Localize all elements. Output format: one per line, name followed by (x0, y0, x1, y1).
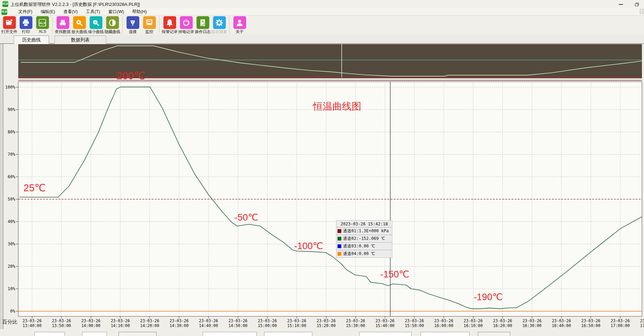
tab-strip: 历史曲线 数据列表 (0, 34, 644, 44)
temperature-annotation: -150℃ (380, 269, 409, 280)
user-icon (233, 16, 246, 29)
toolbar-button-label: 打印 (22, 29, 30, 34)
svg-text:XLS: XLS (39, 21, 46, 25)
document-icon: PLR (1, 9, 7, 15)
tab-history-curve[interactable]: 历史曲线 (14, 35, 49, 44)
bottom-control-4[interactable] (203, 332, 257, 336)
x-tick-label: 23-03-2615:20:00 (312, 318, 341, 328)
tooltip-row-0: 通道01:1.3E+000 kPa (336, 227, 392, 235)
bottom-control-7[interactable] (359, 332, 412, 336)
temperature-annotation: -50℃ (234, 212, 258, 223)
toolbar-button-5[interactable]: 缩小曲线 (88, 16, 104, 34)
toolbar-separator (52, 17, 53, 34)
y-axis-unit-label: 百分比 (2, 319, 18, 325)
toolbar-button-label: 组态设置 (211, 29, 227, 34)
toolbar-separator (159, 17, 160, 34)
x-tick-label: 23-03-2613:40:00 (18, 318, 47, 328)
tooltip-row-text: 通道03:0.00 ℃ (343, 243, 375, 249)
bottom-control-5[interactable] (264, 332, 312, 336)
toolbar-button-label: 查找数据 (55, 29, 71, 34)
x-tick-label: 23-03-2615:50:00 (400, 318, 429, 328)
menu-item-2[interactable]: 查看(V) (59, 8, 82, 15)
zoom-in-icon (73, 16, 86, 29)
menu-item-5[interactable]: 帮助(H) (128, 8, 151, 15)
folder-open-icon (3, 16, 16, 29)
tab-data-list[interactable]: 数据列表 (54, 35, 106, 44)
bottom-control-3 (168, 332, 190, 336)
toolbar-button-3[interactable]: 查找数据 (54, 16, 71, 34)
monitor-icon (143, 16, 156, 29)
temperature-annotation: 200℃ (117, 70, 145, 82)
toolbar-button-label: 打开文件 (1, 29, 17, 34)
tooltip-row-1: 通道02:-152.069 ℃ (336, 235, 392, 242)
toolbar-button-11[interactable]: 操作日志 (194, 16, 211, 34)
x-tick-label: 23-03-2614:10:00 (106, 318, 135, 328)
x-tick-label: 23-03-2616:20:00 (488, 318, 517, 328)
x-tick-label: 23-03-2615:40:00 (371, 318, 400, 328)
x-tick-label: 23-03-2616:00:00 (429, 318, 458, 328)
toolbar-button-label: 监控 (145, 29, 153, 34)
y-tick-label: 90% (3, 107, 15, 112)
bottom-control-9[interactable] (478, 332, 510, 336)
serial-connector-icon (127, 16, 139, 29)
x-tick-label: 23-03-2614:40:00 (194, 318, 223, 328)
toolbar-button-2[interactable]: XLSXLS (34, 16, 51, 33)
x-tick-label: 23-03-2616:10:00 (459, 318, 488, 328)
x-tick-label: 23-03-2615:10:00 (282, 318, 311, 328)
toolbar-separator (229, 17, 230, 34)
y-tick-label: 70% (3, 152, 15, 157)
overview-chart-background (18, 44, 642, 78)
restore-button[interactable] (632, 1, 642, 7)
y-tick-label: 50% (3, 197, 15, 202)
bottom-control-8[interactable] (421, 332, 470, 336)
y-tick-label: 100% (3, 85, 15, 90)
tooltip-row-text: 通道04:0.00 ℃ (343, 251, 375, 257)
tooltip-row-text: 通道02:-152.069 ℃ (343, 236, 385, 242)
toolbar-button-label: 缩小曲线 (88, 29, 104, 34)
bottom-control-2[interactable] (119, 332, 157, 336)
y-tick-label: 20% (3, 264, 15, 269)
toolbar-button-label: 关于 (236, 29, 244, 34)
channel-color-swatch (338, 244, 341, 248)
toolbar-button-7[interactable]: 连接 (124, 16, 141, 34)
bottom-control-1[interactable] (82, 332, 107, 336)
toolbar: 打开文件打印XLSXLS查找数据放大曲线缩小曲线隐藏曲线连接监控报警记录掉电记录… (0, 15, 644, 34)
toolbar-button-6[interactable]: 隐藏曲线 (104, 16, 121, 34)
toolbar-button-label: 操作日志 (195, 29, 211, 34)
channel-color-swatch (338, 229, 341, 233)
x-tick-label: 23-03-2615:30:00 (341, 318, 370, 328)
menu-item-0[interactable]: 文件(F) (14, 8, 37, 15)
chart-graphics (0, 0, 644, 336)
toolbar-button-label: 连接 (129, 29, 137, 34)
toolbar-button-1[interactable]: 打印 (18, 16, 34, 34)
toolbar-button-4[interactable]: 放大曲线 (71, 16, 88, 34)
title-bar: PLR 上位机数据管理软件 V2.2.2.3 - [历史数据 [F:\PLR\2… (0, 0, 644, 8)
bottom-control-0[interactable] (34, 332, 65, 336)
menu-item-3[interactable]: 工具(T) (82, 8, 104, 15)
toolbar-button-10[interactable]: 掉电记录 (178, 16, 194, 34)
x-tick-label: 23-03-2614:00:00 (77, 318, 105, 328)
toolbar-button-12[interactable]: 组态设置 (211, 16, 228, 34)
temperature-annotation: 25℃ (23, 182, 46, 194)
x-tick-label: 23-03-2614:20:00 (135, 318, 164, 328)
toolbar-button-13[interactable]: 关于 (231, 16, 248, 34)
toolbar-button-9[interactable]: 报警记录 (161, 16, 178, 34)
toolbar-button-8[interactable]: 监控 (141, 16, 158, 34)
minimize-button[interactable] (616, 1, 626, 7)
app-window: PLR 上位机数据管理软件 V2.2.2.3 - [历史数据 [F:\PLR\2… (0, 0, 644, 336)
y-tick-label: 40% (3, 219, 15, 224)
toolbar-button-0[interactable]: 打开文件 (1, 16, 18, 34)
window-title: 上位机数据管理软件 V2.2.2.3 - [历史数据 [F:\PLR\23032… (10, 1, 140, 8)
menu-item-4[interactable]: 窗口(W) (104, 8, 128, 15)
contrast-icon (106, 16, 119, 29)
channel-color-swatch (338, 237, 341, 241)
y-tick-label: 30% (3, 242, 15, 246)
bottom-control-6 (323, 332, 345, 336)
minimize-icon (619, 4, 623, 5)
y-tick-label: 0% (3, 309, 15, 314)
child-window-control[interactable] (640, 9, 643, 14)
toolbar-button-label: XLS (39, 29, 46, 33)
gear-icon (213, 16, 226, 29)
menu-item-1[interactable]: 编辑(E) (37, 8, 59, 15)
x-tick-label: 23-03-2613:50:00 (47, 318, 76, 328)
